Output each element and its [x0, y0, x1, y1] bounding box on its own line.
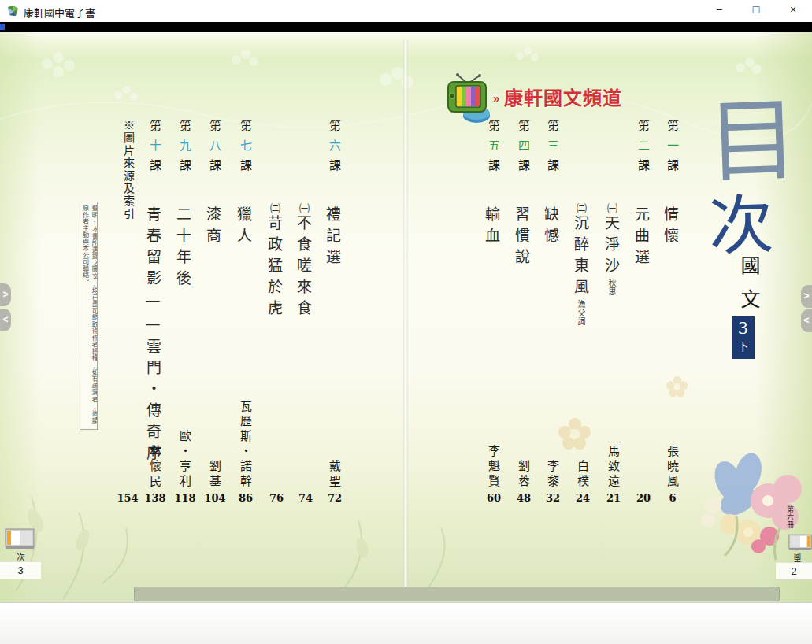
top-divider-strip [0, 22, 812, 32]
toc-subtitle-lesson-2a[interactable]: ㈠天淨沙秋思 [605, 203, 622, 296]
toc-header-lesson-3[interactable]: 第三課 [545, 120, 561, 179]
volume-badge: 3 下 [732, 316, 755, 359]
header-suffix: 課 [177, 159, 191, 179]
toc-header-lesson-9[interactable]: 第九課 [177, 120, 193, 179]
sub-item-annotation: 漁父詞 [577, 300, 585, 326]
toc-page-number[interactable]: 60 [480, 492, 508, 504]
sub-item-annotation: 秋思 [607, 279, 616, 296]
text-bookmark-icon[interactable] [788, 533, 812, 552]
toc-author: 瓦歷斯・諾幹 [238, 400, 254, 490]
app-window: 康軒國中電子書 − □ × [0, 0, 812, 644]
toc-title-lesson-10[interactable]: 青春留影——雲門・傳奇序 [146, 206, 164, 466]
header-suffix: 課 [545, 159, 559, 179]
horizontal-scrollbar[interactable] [134, 587, 780, 601]
toc-title-lesson-4[interactable]: 習慣說 [515, 206, 532, 270]
lesson-number: 一 [665, 139, 679, 159]
header-prefix: 第 [147, 120, 161, 139]
sub-item-label: ㈠ [298, 203, 310, 215]
toc-page-number[interactable]: 118 [171, 492, 199, 504]
toc-header-lesson-4[interactable]: 第四課 [516, 120, 532, 179]
right-edge-back-arrow[interactable]: < [801, 309, 812, 332]
header-prefix: 第 [327, 120, 341, 139]
header-suffix: 課 [327, 159, 341, 179]
toc-page-number[interactable]: 24 [569, 492, 597, 504]
app-icon [6, 5, 20, 18]
lesson-number: 三 [545, 139, 559, 159]
window-close-button[interactable]: × [781, 3, 805, 19]
lesson-number: 八 [207, 139, 221, 159]
copyright-note-text: 聲明:本書所選錄之圖文,均已盡可能取得作者授權,如有疏漏者,尚請原作者主動與本公… [80, 202, 98, 429]
toc-header-lesson-2[interactable]: 第二課 [636, 120, 651, 179]
right-corner-page-number[interactable]: 2 [776, 562, 812, 580]
toc-header-lesson-10[interactable]: 第十課 [147, 120, 163, 179]
toc-title-lesson-8[interactable]: 漆商 [206, 206, 224, 249]
toc-page-number[interactable]: 138 [141, 492, 169, 504]
toc-author: 馬致遠 [606, 445, 621, 490]
header-suffix: 課 [516, 159, 530, 179]
left-edge-forward-arrow[interactable]: > [0, 283, 11, 306]
channel-label[interactable]: 康軒國文頻道 [504, 83, 622, 110]
sub-item-title: 沉醉東風 [572, 215, 589, 300]
toc-subtitle-lesson-2b[interactable]: ㈡沉醉東風漁父詞 [574, 203, 591, 326]
toc-author: 劉蓉 [516, 460, 532, 490]
header-prefix: 第 [177, 120, 191, 139]
header-suffix: 課 [207, 159, 221, 179]
toc-author: 李黎 [545, 460, 561, 490]
strip-accent [0, 24, 5, 30]
toc-page-number[interactable]: 74 [291, 492, 320, 504]
toc-author: 李魁賢 [486, 445, 502, 490]
toc-title-lesson-3[interactable]: 缺憾 [544, 206, 562, 249]
window-maximize-button[interactable]: □ [744, 3, 768, 19]
small-flower-decoration [551, 410, 599, 457]
toc-title-lesson-5[interactable]: 輸血 [485, 206, 502, 249]
toc-page-number[interactable]: 76 [262, 492, 291, 504]
right-edge-forward-arrow[interactable]: > [801, 285, 812, 308]
lesson-number: 七 [238, 139, 252, 159]
toc-header-lesson-1[interactable]: 第一課 [665, 120, 680, 179]
toc-page-number[interactable]: 72 [321, 492, 349, 504]
toc-page-number[interactable]: 154 [113, 492, 142, 504]
toc-header-lesson-6[interactable]: 第六課 [327, 120, 343, 179]
toc-page-number[interactable]: 32 [539, 492, 567, 504]
header-prefix: 第 [636, 120, 650, 139]
toc-title-lesson-6[interactable]: 禮記選 [326, 206, 343, 270]
header-suffix: 課 [147, 159, 161, 179]
toc-author: 戴聖 [327, 460, 343, 490]
sub-item-label: ㈡ [575, 203, 587, 215]
toc-page-number[interactable]: 48 [510, 492, 538, 504]
toc-bookmark-icon[interactable] [5, 528, 35, 550]
toc-header-lesson-8[interactable]: 第八課 [207, 120, 223, 179]
toc-subtitle-lesson-6b[interactable]: ㈡苛政猛於虎 [268, 203, 285, 321]
toc-header-lesson-7[interactable]: 第七課 [238, 120, 254, 179]
toc-page-number[interactable]: 21 [599, 492, 628, 504]
right-corner-volume-label: 第六冊 [785, 505, 795, 529]
toc-subtitle-lesson-6a[interactable]: ㈠不食嗟來食 [297, 203, 314, 321]
toc-author: 劉基 [207, 460, 223, 490]
left-corner-page-number[interactable]: 3 [0, 561, 41, 579]
header-suffix: 課 [486, 159, 500, 179]
lesson-number: 五 [486, 139, 500, 159]
lesson-number: 九 [177, 139, 191, 159]
left-edge-back-arrow[interactable]: < [0, 309, 11, 331]
channel-chevron: » [493, 91, 499, 105]
toc-title-lesson-1[interactable]: 情懷 [664, 206, 681, 249]
toc-title-lesson-7[interactable]: 獵人 [237, 206, 254, 249]
toc-page-number[interactable]: 20 [629, 492, 658, 504]
header-suffix: 課 [636, 159, 650, 179]
toc-title-lesson-2[interactable]: 元曲選 [635, 206, 652, 270]
window-minimize-button[interactable]: − [707, 3, 731, 19]
toc-page-number[interactable]: 104 [201, 492, 229, 504]
cover-title-char-2: 次 [708, 193, 775, 260]
toc-page-number[interactable]: 6 [658, 492, 687, 504]
toc-header-lesson-5[interactable]: 第五課 [486, 120, 502, 179]
header-suffix: 課 [665, 159, 679, 179]
sub-item-title: 苛政猛於虎 [265, 215, 283, 321]
lesson-number: 二 [636, 139, 650, 159]
header-prefix: 第 [486, 120, 500, 139]
copyright-note-box: 聲明:本書所選錄之圖文,均已盡可能取得作者授權,如有疏漏者,尚請原作者主動與本公… [80, 202, 98, 430]
toc-image-index-entry[interactable]: ※圖片來源及索引 [119, 120, 136, 220]
toc-title-lesson-9[interactable]: 二十年後 [176, 206, 194, 291]
book-spread [0, 32, 812, 602]
tv-channel-icon[interactable] [447, 72, 494, 124]
toc-page-number[interactable]: 86 [232, 492, 260, 504]
